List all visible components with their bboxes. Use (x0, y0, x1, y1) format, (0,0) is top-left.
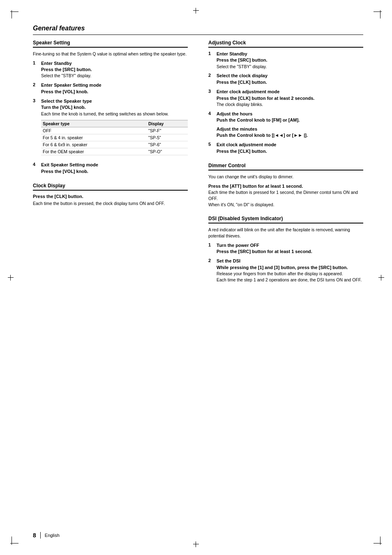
step-number-3: 3 (33, 98, 39, 103)
clock-step-5-heading: Exit clock adjustment mode (217, 142, 363, 148)
speaker-setting-description: Fine-tuning so that the System Q value i… (33, 51, 188, 57)
dsi-step-1-instruction: Press the [SRC] button for at least 1 se… (217, 249, 363, 255)
dsi-description: A red indicator will blink on the unit a… (208, 227, 363, 239)
table-cell: For the OEM speaker (41, 148, 147, 155)
step-4-instruction: Press the [VOL] knob. (41, 168, 188, 175)
clock-display-detail: Each time the button is pressed, the clo… (33, 200, 188, 207)
clock-step-1-detail: Select the "STBY" display. (217, 64, 363, 70)
clock-step-5-instruction: Press the [CLK] button. (217, 148, 363, 154)
clock-step-4-sub-instruction: Push the Control knob to [|◄◄] or [►► |]… (217, 132, 363, 138)
corner-mark-bl (8, 534, 21, 547)
step-3-heading: Select the Speaker type (41, 98, 188, 104)
speaker-step-2: 2 Enter Speaker Setting mode Press the [… (33, 82, 188, 95)
corner-mark-tl (8, 8, 21, 21)
dsi-step-2-instruction: While pressing the [1] and [3] button, p… (217, 265, 363, 271)
step-2-instruction: Press the [VOL] knob. (41, 89, 188, 95)
table-cell: "SP-5" (147, 134, 188, 141)
table-header-type: Speaker type (41, 120, 147, 127)
clock-step-2-heading: Select the clock display (217, 73, 363, 79)
step-2-content: Enter Speaker Setting mode Press the [VO… (41, 82, 188, 95)
table-row: For the OEM speaker"SP-O" (41, 148, 188, 155)
dimmer-control-instruction: Press the [ATT] button for at least 1 se… (208, 183, 363, 189)
clock-step-4-sub: Adjust the minutes Push the Control knob… (217, 126, 363, 139)
table-cell: For 6 & 6x9 in. speaker (41, 141, 147, 148)
clock-step-1-instruction: Press the [SRC] button. (217, 57, 363, 63)
step-3-instruction: Turn the [VOL] knob. (41, 104, 188, 111)
table-cell: "SP-O" (147, 148, 188, 155)
dsi-step-2-detail2: Each time the step 1 and 2 operations ar… (217, 277, 363, 283)
dimmer-control-section: Dimmer Control You can change the unit's… (208, 163, 363, 207)
footer-language: English (45, 533, 60, 538)
clock-display-section: Clock Display Press the [CLK] button. Ea… (33, 183, 188, 207)
clock-step-2-instruction: Press the [CLK] button. (217, 79, 363, 85)
dsi-step-2: 2 Set the DSI While pressing the [1] and… (208, 258, 363, 283)
dimmer-control-detail1: Each time the button is pressed for 1 se… (208, 189, 363, 201)
dsi-section: DSI (Disabled System Indicator) A red in… (208, 216, 363, 283)
clock-step-1-heading: Enter Standby (217, 51, 363, 57)
clock-step-number-5: 5 (208, 142, 214, 147)
dimmer-control-description: You can change the unit's display to dim… (208, 174, 363, 180)
page-number: 8 (33, 532, 36, 539)
dsi-step-number-1: 1 (208, 242, 214, 247)
clock-step-4-instruction: Push the Control knob to [FM] or [AM]. (217, 117, 363, 123)
center-mark-right (378, 274, 385, 281)
table-header-display: Display (147, 120, 188, 127)
left-column: Speaker Setting Fine-tuning so that the … (33, 40, 192, 291)
table-cell: "SP-6" (147, 141, 188, 148)
dsi-step-2-content: Set the DSI While pressing the [1] and [… (217, 258, 363, 283)
step-1-heading: Enter Standby (41, 60, 188, 67)
center-mark-left (7, 274, 14, 281)
dsi-step-1-heading: Turn the power OFF (217, 242, 363, 249)
dsi-step-2-detail1: Release your fingers from the button aft… (217, 271, 363, 277)
two-column-layout: Speaker Setting Fine-tuning so that the … (33, 40, 363, 291)
center-mark-top (193, 7, 199, 14)
adjusting-clock-section: Adjusting Clock 1 Enter Standby Press th… (208, 40, 363, 154)
speaker-setting-section: Speaker Setting Fine-tuning so that the … (33, 40, 188, 175)
dsi-title: DSI (Disabled System Indicator) (208, 216, 363, 223)
clock-step-number-3: 3 (208, 89, 214, 94)
speaker-step-3: 3 Select the Speaker type Turn the [VOL]… (33, 98, 188, 159)
clock-step-2: 2 Select the clock display Press the [CL… (208, 73, 363, 85)
clock-step-2-content: Select the clock display Press the [CLK]… (217, 73, 363, 85)
step-1-instruction: Press the [SRC] button. (41, 67, 188, 73)
corner-mark-tr (371, 8, 384, 21)
step-number-2: 2 (33, 82, 39, 87)
clock-step-3-content: Enter clock adjustment mode Press the [C… (217, 89, 363, 107)
speaker-step-4: 4 Exit Speaker Setting mode Press the [V… (33, 162, 188, 175)
clock-step-4-heading: Adjust the hours (217, 111, 363, 117)
clock-step-4-content: Adjust the hours Push the Control knob t… (217, 111, 363, 139)
clock-step-3-heading: Enter clock adjustment mode (217, 89, 363, 95)
clock-step-4: 4 Adjust the hours Push the Control knob… (208, 111, 363, 139)
speaker-setting-title: Speaker Setting (33, 40, 188, 48)
table-row: For 5 & 4 in. speaker"SP-5" (41, 134, 188, 141)
clock-step-number-4: 4 (208, 111, 214, 116)
dsi-step-1: 1 Turn the power OFF Press the [SRC] but… (208, 242, 363, 255)
dsi-step-1-content: Turn the power OFF Press the [SRC] butto… (217, 242, 363, 255)
clock-step-5: 5 Exit clock adjustment mode Press the [… (208, 142, 363, 154)
speaker-step-1: 1 Enter Standby Press the [SRC] button. … (33, 60, 188, 79)
center-mark-bottom (193, 541, 199, 548)
clock-step-number-1: 1 (208, 51, 214, 56)
table-cell: OFF (41, 127, 147, 134)
dimmer-control-detail2: When it's ON, "on DI" is displayed. (208, 202, 363, 208)
step-3-detail: Each time the knob is turned, the settin… (41, 111, 188, 117)
step-2-heading: Enter Speaker Setting mode (41, 82, 188, 88)
clock-display-instruction: Press the [CLK] button. (33, 194, 188, 199)
clock-step-number-2: 2 (208, 73, 214, 78)
clock-step-5-content: Exit clock adjustment mode Press the [CL… (217, 142, 363, 154)
adjusting-clock-title: Adjusting Clock (208, 40, 363, 48)
dsi-step-2-heading: Set the DSI (217, 258, 363, 264)
footer-divider (40, 532, 41, 539)
step-1-content: Enter Standby Press the [SRC] button. Se… (41, 60, 188, 79)
clock-step-3-instruction: Press the [CLK] button for at least 2 se… (217, 95, 363, 101)
page: General features Speaker Setting Fine-tu… (0, 0, 392, 555)
page-title: General features (33, 25, 363, 35)
clock-display-title: Clock Display (33, 183, 188, 191)
table-row: OFF"SP-F" (41, 127, 188, 134)
dsi-step-number-2: 2 (208, 258, 214, 263)
step-number-1: 1 (33, 60, 39, 65)
step-3-content: Select the Speaker type Turn the [VOL] k… (41, 98, 188, 159)
dimmer-control-title: Dimmer Control (208, 163, 363, 170)
clock-step-3: 3 Enter clock adjustment mode Press the … (208, 89, 363, 107)
speaker-type-table: Speaker type Display OFF"SP-F"For 5 & 4 … (41, 120, 188, 155)
